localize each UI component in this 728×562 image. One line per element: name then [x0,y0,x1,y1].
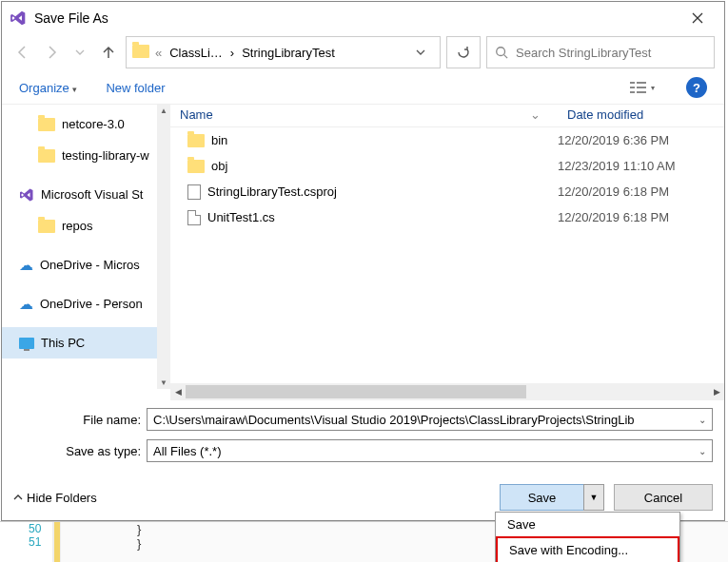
body: netcore-3.0 testing-library-w Microsoft … [2,104,724,400]
saveas-select[interactable]: All Files (*.*)⌄ [147,439,713,462]
cs-file-icon [187,210,201,225]
save-dropdown-button[interactable]: ▼ [583,484,604,511]
svg-rect-4 [637,82,646,84]
file-row[interactable]: obj12/23/2019 11:10 AM [170,153,724,179]
file-area: Name⌄ Date modified bin12/20/2019 6:36 P… [170,105,724,400]
save-dropdown-menu: Save Save with Encoding... [495,512,680,562]
chevron-down-icon: ⌄ [698,446,706,456]
new-folder-button[interactable]: New folder [106,81,165,95]
triangle-down-icon: ▼ [590,493,599,502]
menu-item-save-with-encoding[interactable]: Save with Encoding... [496,536,679,562]
csproj-file-icon [187,184,201,200]
cloud-icon: ☁ [19,257,33,274]
saveas-label: Save as type: [13,444,147,458]
scroll-down-icon: ▼ [160,378,167,387]
recent-dropdown[interactable] [69,41,91,64]
up-button[interactable] [97,41,120,64]
refresh-button[interactable] [446,36,481,68]
arrow-left-icon [15,45,30,60]
chevron-right-icon: › [230,46,234,60]
folder-icon [187,134,205,147]
sidebar-item-onedrive[interactable]: ☁OneDrive - Person [2,288,170,320]
visual-studio-icon [10,10,27,27]
sidebar-item-vs[interactable]: Microsoft Visual St [2,179,170,210]
view-button[interactable]: ▾ [627,78,658,97]
scroll-right-icon: ▶ [709,387,724,397]
help-button[interactable]: ? [686,77,707,98]
titlebar: Save File As [2,2,724,33]
sidebar-item-folder[interactable]: repos [2,210,170,242]
pc-icon [19,338,34,349]
folder-icon [187,160,205,173]
forward-button[interactable] [40,41,63,64]
hide-folders-button[interactable]: Hide Folders [13,491,97,505]
file-hscrollbar[interactable]: ◀ ▶ [170,383,724,400]
change-marker [53,522,61,562]
chevron-up-icon [13,493,23,502]
window-title: Save File As [34,10,679,26]
column-date[interactable]: Date modified [558,105,724,126]
toolbar: Organize ▾ New folder ▾ ? [2,71,724,104]
search-placeholder: Search StringLibraryTest [516,46,651,60]
scroll-up-icon: ▲ [160,107,167,115]
back-button[interactable] [11,41,34,64]
save-button[interactable]: Save [500,484,583,511]
line-number: 50 [0,522,52,535]
scroll-left-icon: ◀ [170,387,186,397]
svg-rect-3 [630,91,635,93]
svg-point-0 [497,48,505,56]
sidebar-item-this-pc[interactable]: This PC [2,327,170,359]
svg-rect-6 [637,91,646,93]
close-icon [692,12,703,24]
sidebar: netcore-3.0 testing-library-w Microsoft … [2,105,170,400]
file-row[interactable]: UnitTest1.cs12/20/2019 6:18 PM [170,204,724,230]
breadcrumb-item[interactable]: StringLibraryTest [238,44,339,62]
breadcrumb[interactable]: « ClassLi… › StringLibraryTest [126,36,441,68]
svg-rect-1 [630,82,635,84]
column-name[interactable]: Name⌄ [170,105,558,126]
line-number: 51 [0,535,52,549]
code-line: } [137,536,141,551]
file-list: bin12/20/2019 6:36 PM obj12/23/2019 11:1… [170,127,724,383]
nav-row: « ClassLi… › StringLibraryTest Search St… [2,33,724,71]
file-row[interactable]: StringLibraryTest.csproj12/20/2019 6:18 … [170,179,724,204]
arrow-right-icon [44,45,59,60]
sidebar-scrollbar[interactable]: ▲▼ [157,105,170,389]
svg-rect-5 [637,87,646,88]
search-input[interactable]: Search StringLibraryTest [486,36,715,68]
breadcrumb-dropdown[interactable] [407,46,434,60]
organize-button[interactable]: Organize ▾ [19,81,77,95]
sidebar-item-onedrive[interactable]: ☁OneDrive - Micros [2,249,170,281]
cancel-button[interactable]: Cancel [614,484,713,511]
cloud-icon: ☁ [19,296,33,313]
breadcrumb-overflow[interactable]: « [155,46,162,60]
folder-icon [38,118,55,131]
folder-icon [38,149,55,163]
chevron-down-icon [75,48,85,57]
save-file-as-dialog: Save File As « ClassLi… › StringLibraryT… [1,1,725,521]
svg-rect-2 [630,87,635,88]
code-line: } [137,522,141,536]
breadcrumb-item[interactable]: ClassLi… [166,44,226,62]
filename-input[interactable]: C:\Users\mairaw\Documents\Visual Studio … [147,408,713,431]
chevron-down-icon: ⌄ [698,415,706,425]
chevron-down-icon: ▾ [72,85,77,94]
sidebar-item-folder[interactable]: testing-library-w [2,140,170,171]
file-row[interactable]: bin12/20/2019 6:36 PM [170,127,724,153]
arrow-up-icon [101,45,116,60]
sidebar-item-folder[interactable]: netcore-3.0 [2,108,170,140]
visual-studio-icon [19,187,34,203]
bottom-fields: File name: C:\Users\mairaw\Documents\Vis… [2,400,724,475]
filename-label: File name: [13,413,147,427]
chevron-down-icon [416,48,425,57]
close-button[interactable] [679,2,717,33]
menu-item-save[interactable]: Save [496,513,679,536]
file-header: Name⌄ Date modified [170,105,724,127]
refresh-icon [456,45,471,60]
folder-icon [132,45,149,61]
search-icon [495,46,508,59]
view-icon [630,81,651,94]
folder-icon [38,220,55,233]
sort-chevron-icon: ⌄ [530,107,541,124]
scroll-thumb[interactable] [186,385,526,398]
